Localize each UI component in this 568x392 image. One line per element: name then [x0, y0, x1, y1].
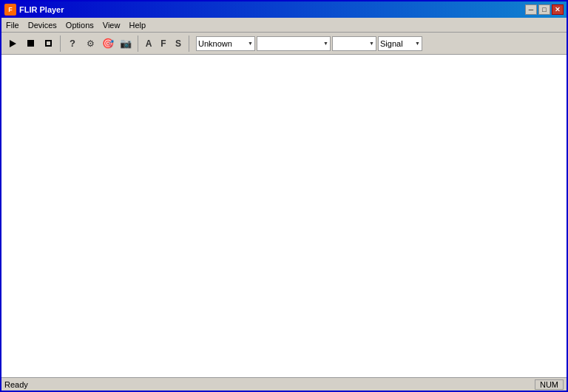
num-lock-indicator: NUM — [535, 379, 564, 390]
main-content — [1, 55, 567, 377]
record-button[interactable] — [40, 36, 56, 52]
title-bar: F FLIR Player ─ □ ✕ — [1, 1, 567, 18]
camera-icon: 📷 — [120, 38, 132, 49]
toolbar-dropdowns: Unknown Signal — [196, 36, 422, 51]
a-label[interactable]: A — [142, 36, 155, 52]
toolbar-separator-2 — [138, 36, 138, 52]
empty-select-1[interactable] — [257, 36, 331, 51]
settings-button[interactable]: ⚙ — [82, 36, 98, 52]
stop-icon — [27, 40, 34, 47]
window-controls: ─ □ ✕ — [525, 4, 564, 15]
s-label[interactable]: S — [172, 36, 185, 52]
menu-help[interactable]: Help — [124, 19, 150, 31]
empty-select-2[interactable] — [332, 36, 376, 51]
menu-devices[interactable]: Devices — [24, 19, 61, 31]
signal-select-wrapper: Signal — [378, 36, 422, 51]
unknown-select[interactable]: Unknown — [196, 36, 255, 51]
f-label[interactable]: F — [157, 36, 170, 52]
empty-select-1-wrapper — [257, 36, 331, 51]
play-button[interactable] — [4, 36, 21, 52]
status-bar: Ready NUM — [1, 377, 567, 391]
empty-select-2-wrapper — [332, 36, 376, 51]
num-lock-label: NUM — [540, 380, 558, 389]
help-button[interactable]: ? — [64, 36, 81, 52]
stop-button[interactable] — [22, 36, 38, 52]
signal-select[interactable]: Signal — [378, 36, 422, 51]
record-icon — [45, 40, 52, 47]
status-text: Ready — [4, 380, 28, 389]
toolbar: ? ⚙ 🎯 📷 A F S Unknown — [1, 33, 567, 55]
status-right: NUM — [535, 379, 564, 390]
toolbar-separator-3 — [189, 36, 189, 52]
target-icon: 🎯 — [102, 38, 114, 49]
maximize-button[interactable]: □ — [538, 4, 550, 15]
main-window: F FLIR Player ─ □ ✕ File Devices Options… — [0, 0, 568, 392]
menu-file[interactable]: File — [1, 19, 24, 31]
menu-view[interactable]: View — [98, 19, 125, 31]
app-icon: F — [4, 4, 16, 16]
title-bar-left: F FLIR Player — [4, 4, 64, 16]
unknown-select-wrapper: Unknown — [196, 36, 255, 51]
toolbar-separator-1 — [60, 36, 61, 52]
close-button[interactable]: ✕ — [552, 4, 564, 15]
menu-options[interactable]: Options — [61, 19, 98, 31]
target-button[interactable]: 🎯 — [100, 36, 116, 52]
gear-icon: ⚙ — [87, 38, 95, 49]
minimize-button[interactable]: ─ — [525, 4, 537, 15]
camera-button[interactable]: 📷 — [118, 36, 134, 52]
menu-bar: File Devices Options View Help — [1, 18, 567, 33]
question-icon: ? — [70, 38, 75, 49]
play-icon — [10, 40, 16, 47]
window-title: FLIR Player — [19, 5, 64, 14]
